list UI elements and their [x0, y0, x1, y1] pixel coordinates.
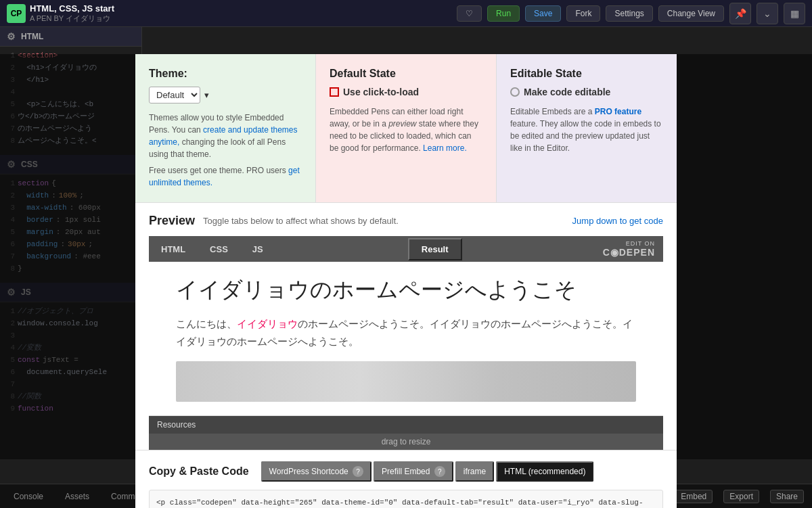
preview-image-placeholder [176, 361, 636, 402]
copy-title: Copy & Paste Code [149, 465, 249, 478]
export-button[interactable]: Export [723, 490, 759, 503]
default-state-section: Default State Use click-to-load Embedded… [316, 54, 497, 202]
pro-feature-link[interactable]: PRO feature [595, 107, 641, 116]
heart-button[interactable]: ♡ [457, 5, 482, 22]
preview-section: Preview Toggle tabs below to affect what… [135, 203, 677, 451]
preview-text-before: こんにちは、 [176, 319, 237, 329]
theme-section: Theme: Default ▾ Themes allow you to sty… [135, 54, 316, 202]
run-button[interactable]: Run [487, 5, 520, 22]
codepen-edit-label: EDIT ON C◉DEPEN [595, 236, 663, 262]
html-panel-header: ⚙ HTML [0, 27, 141, 47]
default-state-desc: Embedded Pens can either load right away… [330, 106, 482, 154]
resources-bar: Resources [149, 416, 663, 434]
preview-title: Preview [149, 214, 195, 228]
preview-header-left: Preview Toggle tabs below to affect what… [149, 214, 399, 228]
fork-button[interactable]: Fork [566, 5, 600, 22]
theme-desc2: Free users get one theme. PRO users get … [149, 164, 302, 189]
codepen-logo-text: C◉DEPEN [603, 247, 655, 258]
preview-jp-link: イイダリョウ [237, 319, 298, 329]
preview-tabs-row: HTML CSS JS Result EDIT ON C◉DEPEN [149, 236, 663, 262]
preview-tab-js[interactable]: JS [240, 239, 275, 259]
edit-on-label: EDIT ON [603, 240, 655, 247]
theme-link1[interactable]: create and update themes anytime, [149, 125, 298, 147]
click-to-load-row: Use click-to-load [330, 87, 482, 97]
preview-frame: イイダリョウのホームページへようこそ こんにちは、イイダリョウのホームページへよ… [149, 262, 663, 416]
drag-bar[interactable]: drag to resize [149, 434, 663, 450]
console-tab[interactable]: Console [8, 489, 49, 504]
pen-title: HTML, CSS, JS start [30, 3, 114, 14]
theme-select-wrap: Default ▾ [149, 87, 302, 103]
preview-jp-title: イイダリョウのホームページへようこそ [176, 275, 636, 305]
editable-state-desc: Editable Embeds are a PRO feature featur… [510, 106, 663, 154]
embed-button[interactable]: Embed [675, 490, 713, 503]
modal-overlay: Theme: Default ▾ Themes allow you to sty… [0, 54, 812, 459]
change-view-button[interactable]: Change View [658, 5, 724, 22]
preview-jp-text: こんにちは、イイダリョウのホームページへようこそ。イイダリョウのホームページへよ… [176, 316, 636, 350]
preview-tab-css[interactable]: CSS [198, 239, 240, 259]
pin-icon[interactable]: 📌 [729, 3, 751, 24]
copy-tab-prefill[interactable]: Prefill Embed ? [374, 461, 453, 482]
copy-tab-wordpress[interactable]: WordPress Shortcode ? [261, 461, 372, 482]
embed-code-textarea[interactable] [149, 490, 663, 508]
save-button[interactable]: Save [525, 5, 561, 22]
theme-link2[interactable]: get unlimited themes. [149, 166, 300, 187]
preview-subtitle: Toggle tabs below to affect what shows b… [203, 216, 399, 226]
editable-state-title: Editable State [510, 68, 663, 80]
prefill-help-icon[interactable]: ? [434, 466, 445, 477]
preview-tab-html[interactable]: HTML [149, 239, 198, 259]
copy-tab-iframe[interactable]: iframe [455, 461, 494, 482]
grid-icon[interactable]: ▦ [784, 3, 805, 24]
html-panel-label: HTML [21, 32, 43, 41]
make-editable-row: Make code editable [510, 87, 663, 97]
gear-icon: ⚙ [7, 31, 16, 42]
copy-tabs: WordPress Shortcode ? Prefill Embed ? if… [261, 461, 594, 482]
theme-dropdown-icon: ▾ [204, 90, 209, 100]
copy-tab-html[interactable]: HTML (recommended) [496, 461, 593, 482]
copy-header: Copy & Paste Code WordPress Shortcode ? … [149, 461, 663, 482]
assets-tab[interactable]: Assets [60, 489, 95, 504]
preview-tab-result[interactable]: Result [408, 238, 462, 260]
expand-icon[interactable]: ⌄ [757, 3, 778, 24]
click-to-load-label: Use click-to-load [343, 87, 419, 97]
modal-top-row: Theme: Default ▾ Themes allow you to sty… [135, 54, 677, 203]
default-state-title: Default State [330, 68, 482, 80]
embed-modal: Theme: Default ▾ Themes allow you to sty… [135, 54, 677, 508]
wordpress-help-icon[interactable]: ? [353, 466, 363, 477]
pen-info: HTML, CSS, JS start A PEN BY イイダリョウ [30, 3, 114, 24]
make-editable-radio[interactable] [510, 87, 520, 97]
resources-label: Resources [157, 420, 196, 430]
jump-to-code-link[interactable]: Jump down to get code [572, 216, 663, 226]
theme-title: Theme: [149, 68, 302, 80]
make-editable-label: Make code editable [524, 87, 610, 97]
editor-area: ⚙ HTML 1<section> 2 <h1>イイダリョウの 3 </h1> … [0, 27, 812, 484]
theme-select[interactable]: Default [149, 87, 200, 103]
codepen-logo-icon: CP [7, 4, 26, 23]
copy-paste-section: Copy & Paste Code WordPress Shortcode ? … [135, 451, 677, 508]
preview-header: Preview Toggle tabs below to affect what… [149, 214, 663, 228]
top-bar: CP HTML, CSS, JS start A PEN BY イイダリョウ ♡… [0, 0, 812, 27]
theme-desc: Themes allow you to style Embedded Pens.… [149, 112, 302, 160]
settings-button[interactable]: Settings [606, 5, 652, 22]
editable-state-section: Editable State Make code editable Editab… [497, 54, 677, 202]
pen-author: A PEN BY イイダリョウ [30, 14, 114, 24]
click-to-load-checkbox[interactable] [330, 87, 339, 97]
drag-label: drag to resize [382, 437, 431, 446]
share-button[interactable]: Share [770, 490, 804, 503]
logo-area: CP HTML, CSS, JS start A PEN BY イイダリョウ [7, 3, 114, 24]
learn-more-link[interactable]: Learn more. [423, 143, 467, 153]
